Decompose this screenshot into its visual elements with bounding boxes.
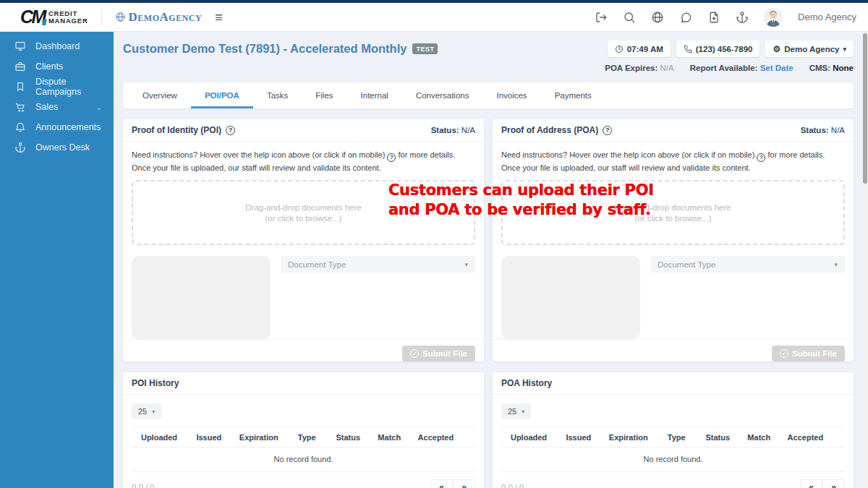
test-badge: TEST (412, 43, 438, 54)
poa-history-header: POA History (493, 372, 854, 395)
caret-down-icon: ▾ (834, 261, 838, 268)
poi-empty-message: No record found. (132, 448, 475, 472)
sidebar-item-clients[interactable]: Clients (0, 56, 114, 77)
chevron-down-icon: ⌄ (96, 103, 102, 111)
tab-files[interactable]: Files (302, 82, 346, 108)
poi-upload-row: Document Type ▾ (132, 256, 475, 339)
bookmark-icon (14, 81, 26, 93)
caret-down-icon: ▾ (843, 46, 846, 53)
poi-history-columns: Uploaded Issued Expiration Type Status M… (132, 427, 475, 448)
help-icon[interactable]: ? (757, 153, 765, 162)
poa-submit-file-button[interactable]: ✓Submit File (772, 346, 845, 361)
anchor-icon (14, 142, 26, 153)
poi-panel-body: Need instructions? Hover over the help i… (123, 142, 484, 339)
brand-mark: CM (20, 7, 45, 27)
poa-pagination: « » (800, 479, 845, 488)
topbar-user-label[interactable]: Demo Agency (798, 12, 856, 22)
history-panels-row: POI History 25▾ Uploaded Issued Expirati… (123, 372, 854, 488)
poi-history-table: Uploaded Issued Expiration Type Status M… (132, 427, 475, 472)
header-info-row: POA Expires: N/A Report Available: Set D… (123, 64, 854, 72)
check-circle-icon: ✓ (410, 349, 419, 358)
sidebar: Dashboard Clients Dispute Campaigns Sale… (0, 32, 114, 488)
phone-icon (684, 45, 692, 53)
bell-icon (14, 121, 26, 133)
poi-history-panel: POI History 25▾ Uploaded Issued Expirati… (123, 372, 484, 488)
sidebar-item-announcements[interactable]: Announcements (0, 117, 114, 137)
credit-manager-logo: CM CREDIT MANAGER (20, 7, 88, 27)
poa-history-body: 25▾ Uploaded Issued Expiration Type Stat… (493, 395, 854, 488)
phone-pill[interactable]: (123) 456-7890 (676, 40, 760, 57)
poa-history-table: Uploaded Issued Expiration Type Status M… (501, 427, 845, 472)
next-page-button[interactable]: » (453, 479, 475, 488)
briefcase-icon (14, 61, 26, 72)
gear-icon: ⚙ (773, 45, 780, 53)
agency-dropdown[interactable]: ⚙ Demo Agency ▾ (765, 40, 854, 57)
poi-history-body: 25▾ Uploaded Issued Expiration Type Stat… (123, 395, 484, 488)
poi-instructions: Need instructions? Hover over the help i… (132, 149, 475, 174)
chat-icon[interactable] (679, 11, 692, 24)
tab-bar: Overview POI/POA Tasks Files Internal Co… (123, 82, 854, 108)
poa-document-type-select[interactable]: Document Type ▾ (650, 256, 845, 273)
poa-history-columns: Uploaded Issued Expiration Type Status M… (501, 427, 845, 448)
poa-empty-message: No record found. (501, 448, 845, 472)
poi-panel-header: Proof of Identity (POI)? Status: N/A (123, 119, 484, 142)
hamburger-menu-icon[interactable]: ≡ (215, 11, 223, 24)
help-icon[interactable]: ? (226, 126, 235, 135)
page-title: Customer Demo Test (7891) - Accelerated … (123, 42, 407, 56)
sidebar-item-dashboard[interactable]: Dashboard (0, 36, 114, 56)
prev-page-button[interactable]: « (800, 479, 822, 488)
globe-icon[interactable] (651, 11, 664, 24)
tab-invoices[interactable]: Invoices (482, 82, 540, 108)
clock-icon (615, 45, 624, 53)
poi-history-footer: 0-0 / 0 « » (132, 479, 475, 488)
help-icon[interactable]: ? (603, 126, 612, 135)
search-icon[interactable] (623, 11, 636, 24)
next-page-button[interactable]: » (822, 479, 845, 488)
poi-history-header: POI History (123, 372, 484, 395)
poa-upload-row: Document Type ▾ (501, 256, 845, 339)
tab-conversations[interactable]: Conversations (402, 82, 483, 108)
poi-range-text: 0-0 / 0 (132, 483, 154, 488)
tab-internal[interactable]: Internal (347, 82, 402, 108)
topbar-actions: Demo Agency (595, 8, 856, 27)
app-window: CM CREDIT MANAGER DemoAgency ≡ (0, 0, 868, 488)
main-content: Customer Demo Test (7891) - Accelerated … (114, 32, 868, 488)
poa-panel-footer: ✓Submit File (493, 339, 854, 367)
tab-overview[interactable]: Overview (129, 82, 191, 108)
poa-history-panel: POA History 25▾ Uploaded Issued Expirati… (493, 372, 854, 488)
poa-range-text: 0-0 / 0 (501, 483, 524, 488)
brand-text: CREDIT MANAGER (48, 10, 88, 25)
report-available: Report Available: Set Date (690, 64, 793, 72)
anchor-icon[interactable] (736, 11, 749, 24)
help-icon[interactable]: ? (387, 153, 396, 162)
tab-tasks[interactable]: Tasks (253, 82, 302, 108)
annotation-overlay: Customers can upload their POI and POA t… (388, 181, 654, 220)
set-date-link[interactable]: Set Date (760, 64, 793, 72)
prev-page-button[interactable]: « (430, 479, 453, 488)
poa-page-size-select[interactable]: 25▾ (501, 403, 531, 419)
poi-document-type-select[interactable]: Document Type ▾ (281, 256, 475, 273)
poi-preview-placeholder (132, 256, 271, 339)
cart-icon (14, 101, 26, 113)
poi-panel-title: Proof of Identity (POI)? (132, 125, 235, 135)
monitor-icon (14, 40, 26, 52)
poa-status: Status: N/A (801, 126, 845, 134)
poi-panel: Proof of Identity (POI)? Status: N/A Nee… (123, 119, 484, 361)
user-avatar[interactable] (764, 8, 783, 27)
file-plus-icon[interactable] (707, 11, 720, 24)
caret-down-icon: ▾ (522, 408, 524, 415)
sidebar-item-owners-desk[interactable]: Owners Desk (0, 137, 114, 158)
tab-payments[interactable]: Payments (541, 82, 605, 108)
tab-poi-poa[interactable]: POI/POA (191, 82, 253, 108)
sidebar-item-dispute-campaigns[interactable]: Dispute Campaigns (0, 77, 114, 97)
poa-panel: Proof of Address (POA)? Status: N/A Need… (493, 119, 854, 361)
poa-panel-header: Proof of Address (POA)? Status: N/A (493, 119, 854, 142)
poi-page-size-select[interactable]: 25▾ (132, 403, 161, 419)
agency-logo[interactable]: DemoAgency (115, 10, 203, 25)
scrollbar-thumb[interactable] (863, 33, 867, 184)
poa-expires: POA Expires: N/A (605, 64, 673, 72)
logout-icon[interactable] (595, 11, 608, 24)
poa-instructions: Need instructions? Hover over the help i… (501, 149, 845, 174)
poi-submit-file-button[interactable]: ✓Submit File (402, 346, 475, 361)
sidebar-item-sales[interactable]: Sales ⌄ (0, 97, 114, 117)
